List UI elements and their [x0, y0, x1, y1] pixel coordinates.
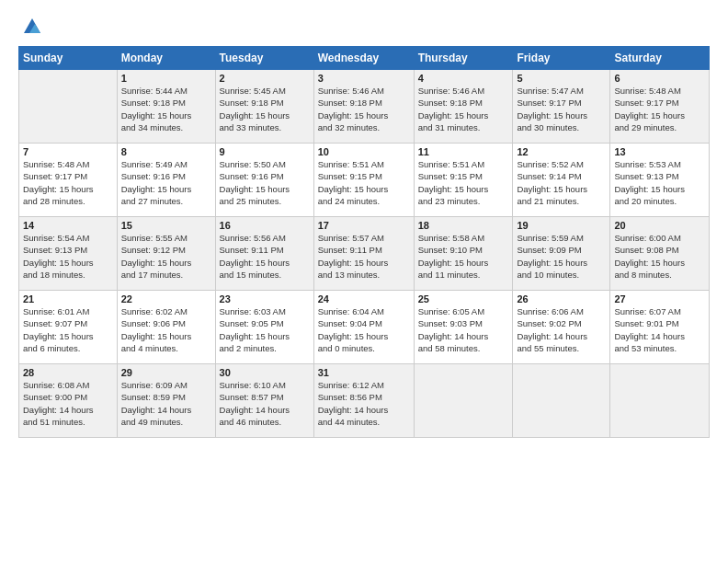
day-number: 2 [220, 73, 310, 84]
calendar-cell: 10Sunrise: 5:51 AM Sunset: 9:15 PM Dayli… [313, 144, 414, 217]
day-info: Sunrise: 5:49 AM Sunset: 9:16 PM Dayligh… [121, 158, 211, 207]
day-number: 18 [418, 220, 509, 231]
day-info: Sunrise: 5:48 AM Sunset: 9:17 PM Dayligh… [23, 158, 113, 207]
day-number: 21 [23, 293, 113, 304]
day-number: 23 [220, 293, 310, 304]
calendar-cell [414, 364, 513, 438]
calendar-cell: 1Sunrise: 5:44 AM Sunset: 9:18 PM Daylig… [117, 70, 215, 144]
day-info: Sunrise: 5:46 AM Sunset: 9:18 PM Dayligh… [318, 85, 410, 133]
day-number: 3 [318, 73, 410, 84]
day-number: 5 [517, 73, 606, 84]
day-number: 28 [23, 367, 113, 378]
day-info: Sunrise: 6:06 AM Sunset: 9:02 PM Dayligh… [517, 305, 606, 354]
day-number: 16 [220, 220, 310, 231]
day-number: 22 [121, 293, 211, 304]
day-info: Sunrise: 5:45 AM Sunset: 9:18 PM Dayligh… [220, 85, 310, 133]
day-info: Sunrise: 6:10 AM Sunset: 8:57 PM Dayligh… [220, 379, 310, 428]
calendar-cell: 25Sunrise: 6:05 AM Sunset: 9:03 PM Dayli… [414, 291, 513, 364]
day-info: Sunrise: 5:48 AM Sunset: 9:17 PM Dayligh… [614, 85, 705, 133]
calendar-header-thursday: Thursday [414, 47, 513, 70]
day-info: Sunrise: 5:57 AM Sunset: 9:11 PM Dayligh… [318, 232, 410, 281]
calendar-header-friday: Friday [513, 47, 610, 70]
day-info: Sunrise: 6:09 AM Sunset: 8:59 PM Dayligh… [121, 379, 211, 428]
day-number: 10 [318, 146, 410, 157]
calendar-cell: 14Sunrise: 5:54 AM Sunset: 9:13 PM Dayli… [19, 217, 118, 291]
calendar-table: SundayMondayTuesdayWednesdayThursdayFrid… [18, 46, 710, 438]
day-number: 19 [517, 220, 606, 231]
calendar-header-saturday: Saturday [610, 47, 710, 70]
day-number: 29 [121, 367, 211, 378]
calendar-cell: 2Sunrise: 5:45 AM Sunset: 9:18 PM Daylig… [215, 70, 313, 144]
logo-icon [22, 17, 42, 37]
calendar-cell: 13Sunrise: 5:53 AM Sunset: 9:13 PM Dayli… [610, 144, 710, 217]
calendar-cell [610, 364, 710, 438]
logo [18, 17, 42, 37]
day-number: 27 [614, 293, 705, 304]
calendar-cell [19, 70, 118, 144]
day-info: Sunrise: 5:46 AM Sunset: 9:18 PM Dayligh… [418, 85, 509, 133]
day-info: Sunrise: 6:00 AM Sunset: 9:08 PM Dayligh… [614, 232, 705, 281]
calendar-row-1: 7Sunrise: 5:48 AM Sunset: 9:17 PM Daylig… [19, 144, 710, 217]
calendar-cell: 11Sunrise: 5:51 AM Sunset: 9:15 PM Dayli… [414, 144, 513, 217]
calendar-cell: 12Sunrise: 5:52 AM Sunset: 9:14 PM Dayli… [513, 144, 610, 217]
day-info: Sunrise: 6:12 AM Sunset: 8:56 PM Dayligh… [318, 379, 410, 428]
calendar-cell: 6Sunrise: 5:48 AM Sunset: 9:17 PM Daylig… [610, 70, 710, 144]
day-number: 1 [121, 73, 211, 84]
calendar-cell: 30Sunrise: 6:10 AM Sunset: 8:57 PM Dayli… [215, 364, 313, 438]
calendar-header-row: SundayMondayTuesdayWednesdayThursdayFrid… [19, 47, 710, 70]
calendar-cell [513, 364, 610, 438]
calendar-cell: 24Sunrise: 6:04 AM Sunset: 9:04 PM Dayli… [313, 291, 414, 364]
calendar-cell: 15Sunrise: 5:55 AM Sunset: 9:12 PM Dayli… [117, 217, 215, 291]
calendar-cell: 26Sunrise: 6:06 AM Sunset: 9:02 PM Dayli… [513, 291, 610, 364]
day-number: 13 [614, 146, 705, 157]
day-number: 24 [318, 293, 410, 304]
calendar-cell: 31Sunrise: 6:12 AM Sunset: 8:56 PM Dayli… [313, 364, 414, 438]
day-info: Sunrise: 5:56 AM Sunset: 9:11 PM Dayligh… [220, 232, 310, 281]
calendar-cell: 28Sunrise: 6:08 AM Sunset: 9:00 PM Dayli… [19, 364, 118, 438]
calendar-cell: 3Sunrise: 5:46 AM Sunset: 9:18 PM Daylig… [313, 70, 414, 144]
day-number: 8 [121, 146, 211, 157]
day-number: 17 [318, 220, 410, 231]
day-info: Sunrise: 5:55 AM Sunset: 9:12 PM Dayligh… [121, 232, 211, 281]
calendar-cell: 22Sunrise: 6:02 AM Sunset: 9:06 PM Dayli… [117, 291, 215, 364]
day-info: Sunrise: 5:50 AM Sunset: 9:16 PM Dayligh… [220, 158, 310, 207]
day-number: 6 [614, 73, 705, 84]
header [18, 17, 710, 37]
day-number: 26 [517, 293, 606, 304]
calendar-cell: 9Sunrise: 5:50 AM Sunset: 9:16 PM Daylig… [215, 144, 313, 217]
calendar-cell: 20Sunrise: 6:00 AM Sunset: 9:08 PM Dayli… [610, 217, 710, 291]
calendar-header-wednesday: Wednesday [313, 47, 414, 70]
calendar-cell: 8Sunrise: 5:49 AM Sunset: 9:16 PM Daylig… [117, 144, 215, 217]
day-info: Sunrise: 5:51 AM Sunset: 9:15 PM Dayligh… [418, 158, 509, 207]
day-number: 14 [23, 220, 113, 231]
calendar-cell: 29Sunrise: 6:09 AM Sunset: 8:59 PM Dayli… [117, 364, 215, 438]
calendar-cell: 5Sunrise: 5:47 AM Sunset: 9:17 PM Daylig… [513, 70, 610, 144]
calendar-cell: 16Sunrise: 5:56 AM Sunset: 9:11 PM Dayli… [215, 217, 313, 291]
calendar-row-2: 14Sunrise: 5:54 AM Sunset: 9:13 PM Dayli… [19, 217, 710, 291]
day-info: Sunrise: 5:51 AM Sunset: 9:15 PM Dayligh… [318, 158, 410, 207]
day-number: 15 [121, 220, 211, 231]
day-info: Sunrise: 6:03 AM Sunset: 9:05 PM Dayligh… [220, 305, 310, 354]
page: SundayMondayTuesdayWednesdayThursdayFrid… [0, 0, 728, 563]
day-info: Sunrise: 5:52 AM Sunset: 9:14 PM Dayligh… [517, 158, 606, 207]
day-info: Sunrise: 6:07 AM Sunset: 9:01 PM Dayligh… [614, 305, 705, 354]
calendar-cell: 7Sunrise: 5:48 AM Sunset: 9:17 PM Daylig… [19, 144, 118, 217]
calendar-row-3: 21Sunrise: 6:01 AM Sunset: 9:07 PM Dayli… [19, 291, 710, 364]
day-number: 31 [318, 367, 410, 378]
calendar-cell: 19Sunrise: 5:59 AM Sunset: 9:09 PM Dayli… [513, 217, 610, 291]
day-info: Sunrise: 6:02 AM Sunset: 9:06 PM Dayligh… [121, 305, 211, 354]
calendar-cell: 4Sunrise: 5:46 AM Sunset: 9:18 PM Daylig… [414, 70, 513, 144]
calendar-header-monday: Monday [117, 47, 215, 70]
day-number: 12 [517, 146, 606, 157]
day-info: Sunrise: 5:54 AM Sunset: 9:13 PM Dayligh… [23, 232, 113, 281]
day-info: Sunrise: 5:53 AM Sunset: 9:13 PM Dayligh… [614, 158, 705, 207]
calendar-header-tuesday: Tuesday [215, 47, 313, 70]
calendar-cell: 18Sunrise: 5:58 AM Sunset: 9:10 PM Dayli… [414, 217, 513, 291]
day-info: Sunrise: 5:59 AM Sunset: 9:09 PM Dayligh… [517, 232, 606, 281]
calendar-cell: 23Sunrise: 6:03 AM Sunset: 9:05 PM Dayli… [215, 291, 313, 364]
day-number: 11 [418, 146, 509, 157]
day-info: Sunrise: 6:05 AM Sunset: 9:03 PM Dayligh… [418, 305, 509, 354]
calendar-row-0: 1Sunrise: 5:44 AM Sunset: 9:18 PM Daylig… [19, 70, 710, 144]
calendar-cell: 17Sunrise: 5:57 AM Sunset: 9:11 PM Dayli… [313, 217, 414, 291]
day-number: 20 [614, 220, 705, 231]
